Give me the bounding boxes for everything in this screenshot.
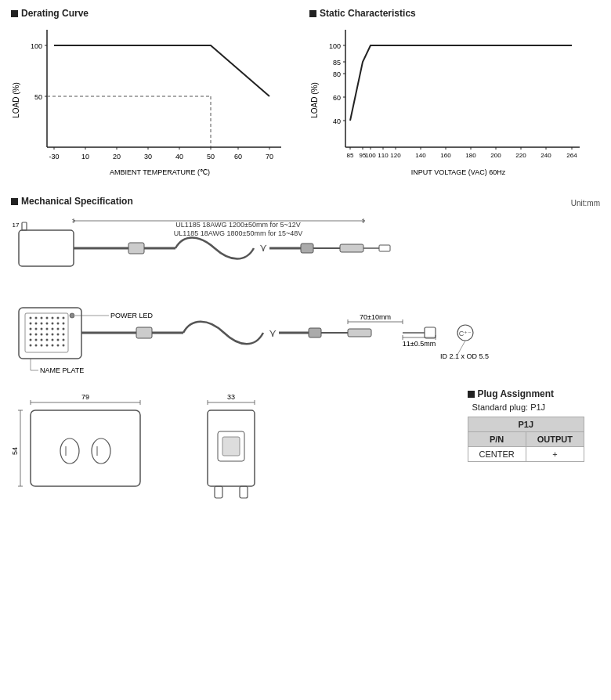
- svg-point-104: [57, 334, 60, 336]
- svg-point-85: [30, 323, 32, 325]
- svg-point-114: [35, 345, 38, 347]
- svg-rect-159: [240, 486, 248, 498]
- plug-row1-col1: CENTER: [468, 447, 526, 462]
- svg-rect-68: [301, 244, 313, 253]
- svg-point-78: [30, 317, 32, 319]
- power-led-label: POWER LED: [110, 312, 154, 319]
- unit-label: Unit:mm: [571, 199, 600, 207]
- svg-point-106: [30, 339, 32, 341]
- front-height-label: 54: [11, 447, 19, 455]
- svg-text:40: 40: [175, 153, 183, 161]
- plug-col1-header: P/N: [468, 432, 526, 447]
- svg-text:-30: -30: [49, 153, 59, 161]
- svg-point-118: [57, 345, 60, 347]
- svg-point-103: [52, 334, 54, 336]
- svg-point-83: [57, 317, 60, 319]
- side-view-svg: 33: [188, 388, 282, 510]
- svg-point-115: [41, 345, 43, 347]
- svg-point-100: [35, 334, 38, 336]
- dim2-label: 11±0.5mm: [403, 340, 436, 348]
- svg-rect-158: [215, 486, 222, 498]
- cable-svg-detail: POWER LED NAME PLATE ⋎: [11, 288, 598, 381]
- svg-point-109: [46, 339, 49, 341]
- svg-point-110: [52, 339, 54, 341]
- id-od-label: ID 2.1 x OD 5.5: [440, 352, 489, 360]
- svg-point-97: [57, 328, 60, 330]
- svg-point-105: [63, 334, 65, 336]
- svg-text:100: 100: [329, 42, 341, 50]
- derating-y-label: LOAD (%): [12, 82, 20, 118]
- svg-point-80: [41, 317, 43, 319]
- svg-point-113: [30, 345, 32, 347]
- svg-point-93: [35, 328, 38, 330]
- derating-svg: LOAD (%) 100 50 -30 10 20: [11, 22, 293, 186]
- svg-text:C⁺⁻: C⁺⁻: [459, 330, 472, 337]
- plug-row1-col2: +: [526, 447, 584, 462]
- static-x-label: INPUT VOLTAGE (VAC) 60Hz: [411, 168, 506, 176]
- svg-text:110: 110: [378, 152, 389, 159]
- svg-rect-72: [379, 245, 390, 251]
- svg-point-119: [63, 345, 65, 347]
- svg-text:180: 180: [465, 152, 476, 159]
- front-view-svg: 79 54: [11, 388, 168, 510]
- static-svg: LOAD (%) 100 85 80 60 40: [309, 22, 591, 186]
- svg-point-81: [46, 317, 49, 319]
- derating-title: Derating Curve: [11, 8, 302, 19]
- plug-title: Plug Assignment: [468, 388, 584, 399]
- static-y-label: LOAD (%): [310, 82, 319, 118]
- svg-text:200: 200: [490, 152, 501, 159]
- svg-point-95: [46, 328, 49, 330]
- cable-diagram-top: 17 ⋎ UL1185 18AWG 1200±50mm for: [11, 215, 600, 285]
- static-title: Static Characteristics: [309, 8, 600, 19]
- cable-diagram-detail: POWER LED NAME PLATE ⋎: [11, 288, 600, 382]
- svg-point-99: [30, 334, 32, 336]
- plug-table-row: CENTER +: [468, 447, 584, 462]
- svg-rect-60: [19, 230, 74, 266]
- svg-point-79: [35, 317, 38, 319]
- svg-point-82: [52, 317, 54, 319]
- dim1-label: 70±10mm: [360, 313, 391, 321]
- static-section: Static Characteristics LOAD (%) 100 85 8…: [309, 8, 600, 188]
- svg-point-116: [46, 345, 49, 347]
- svg-point-92: [30, 328, 32, 330]
- derating-section: Derating Curve LOAD (%) 100 50 -30: [11, 8, 302, 188]
- svg-point-117: [52, 345, 54, 347]
- svg-point-107: [35, 339, 38, 341]
- svg-point-98: [63, 328, 65, 330]
- static-title-text: Static Characteristics: [320, 8, 416, 19]
- svg-point-89: [52, 323, 54, 325]
- name-plate-label: NAME PLATE: [40, 366, 84, 374]
- cable-spec1-text: UL1185 18AWG 1200±50mm for 5~12V: [175, 221, 300, 229]
- svg-point-150: [60, 438, 79, 464]
- plug-assignment: Plug Assignment Standard plug: P1J P1J P…: [468, 388, 600, 462]
- derating-title-icon: [11, 10, 18, 17]
- svg-point-86: [35, 323, 38, 325]
- charts-row: Derating Curve LOAD (%) 100 50 -30: [11, 8, 600, 188]
- static-title-icon: [309, 10, 316, 17]
- svg-text:220: 220: [515, 152, 526, 159]
- svg-text:140: 140: [415, 152, 426, 159]
- svg-point-96: [52, 328, 54, 330]
- mechanical-title: Mechanical Specification: [11, 196, 133, 207]
- svg-text:160: 160: [440, 152, 451, 159]
- svg-rect-129: [309, 328, 321, 337]
- svg-rect-64: [128, 243, 144, 254]
- svg-text:240: 240: [540, 152, 551, 159]
- svg-text:⋎: ⋎: [269, 327, 277, 339]
- cable-spec2-text: UL1185 18AWG 1800±50mm for 15~48V: [174, 229, 302, 237]
- svg-point-152: [92, 438, 110, 464]
- svg-text:85: 85: [347, 152, 354, 159]
- svg-text:17: 17: [13, 222, 20, 229]
- svg-rect-134: [348, 329, 371, 337]
- svg-rect-125: [136, 327, 152, 338]
- svg-point-90: [57, 323, 60, 325]
- svg-text:264: 264: [566, 152, 577, 159]
- plug-table-title: P1J: [468, 417, 584, 432]
- svg-text:80: 80: [333, 70, 341, 78]
- mechanical-title-text: Mechanical Specification: [21, 196, 133, 207]
- svg-text:120: 120: [390, 152, 401, 159]
- plug-table: P1J P/N OUTPUT CENTER +: [468, 417, 584, 462]
- derating-x-label: AMBIENT TEMPERATURE (℃): [110, 168, 210, 176]
- mechanical-title-icon: [11, 198, 18, 205]
- static-chart: LOAD (%) 100 85 80 60 40: [309, 22, 600, 188]
